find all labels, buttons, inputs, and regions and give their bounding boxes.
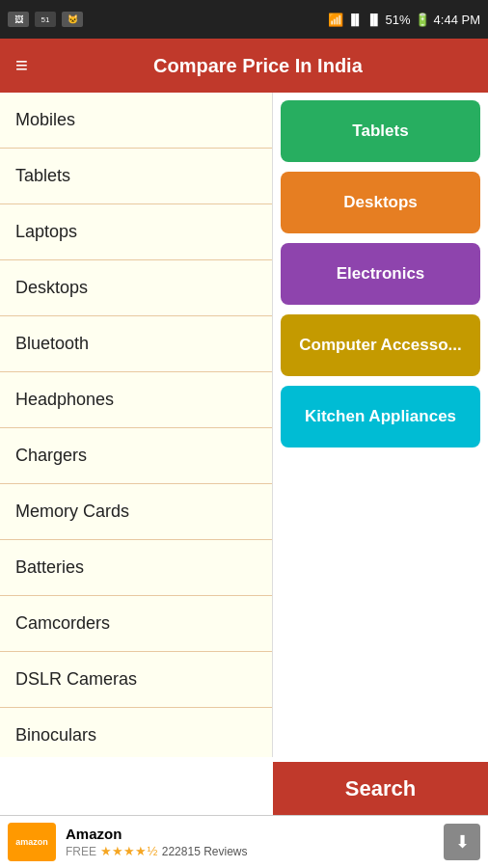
sidebar-item-dslr-cameras[interactable]: DSLR Cameras — [0, 652, 272, 708]
status-left-icons: 🖼 51 🐱 — [8, 12, 83, 27]
status-bar: 🖼 51 🐱 📶 ▐▌ ▐▌ 51% 🔋 4:44 PM — [0, 0, 488, 39]
status-right-icons: 📶 ▐▌ ▐▌ 51% 🔋 4:44 PM — [328, 13, 480, 27]
app-bar: ≡ Compare Price In India — [0, 39, 488, 93]
ad-banner: amazon Amazon FREE ★★★★½ 222815 Reviews … — [0, 815, 488, 868]
image-icon: 🖼 — [8, 12, 29, 27]
signal-icon-2: ▐▌ — [366, 14, 382, 25]
category-tablets-button[interactable]: Tablets — [281, 100, 480, 162]
sidebar-item-chargers[interactable]: Chargers — [0, 428, 272, 484]
ad-app-title: Amazon — [66, 826, 434, 842]
sidebar-item-memory-cards[interactable]: Memory Cards — [0, 484, 272, 540]
sidebar-item-bluetooth[interactable]: Bluetooth — [0, 316, 272, 372]
main-content: Mobiles Tablets Laptops Desktops Bluetoo… — [0, 93, 488, 757]
51-badge: 51 — [35, 12, 56, 27]
app-title: Compare Price In India — [43, 55, 473, 77]
sidebar-item-mobiles[interactable]: Mobiles — [0, 93, 272, 149]
ad-free-label: FREE — [66, 845, 96, 858]
wifi-icon: 📶 — [328, 13, 343, 27]
time-display: 4:44 PM — [434, 13, 480, 27]
sidebar-item-desktops[interactable]: Desktops — [0, 260, 272, 316]
battery-level: 51% — [386, 13, 411, 27]
right-panel: Tablets Desktops Electronics Computer Ac… — [273, 93, 488, 757]
ad-reviews-count: 222815 Reviews — [162, 845, 248, 858]
battery-icon: 🔋 — [415, 13, 430, 27]
sidebar-item-headphones[interactable]: Headphones — [0, 372, 272, 428]
category-computer-accessories-button[interactable]: Computer Accesso... — [281, 314, 480, 376]
amazon-logo: amazon — [8, 823, 56, 861]
sidebar-item-laptops[interactable]: Laptops — [0, 204, 272, 260]
hamburger-menu-icon[interactable]: ≡ — [15, 53, 28, 78]
sidebar: Mobiles Tablets Laptops Desktops Bluetoo… — [0, 93, 273, 757]
category-kitchen-appliances-button[interactable]: Kitchen Appliances — [281, 386, 480, 448]
search-bar[interactable]: Search — [273, 762, 488, 815]
sidebar-item-binoculars[interactable]: Binoculars — [0, 708, 272, 757]
category-electronics-button[interactable]: Electronics — [281, 243, 480, 305]
sidebar-item-camcorders[interactable]: Camcorders — [0, 596, 272, 652]
download-icon: ⬇ — [455, 831, 470, 853]
ad-stars: ★★★★½ — [100, 844, 157, 858]
ad-download-button[interactable]: ⬇ — [444, 824, 480, 860]
signal-icon-1: ▐▌ — [347, 14, 363, 25]
category-desktops-button[interactable]: Desktops — [281, 172, 480, 233]
ad-info: Amazon FREE ★★★★½ 222815 Reviews — [66, 826, 434, 859]
search-button[interactable]: Search — [273, 762, 488, 815]
sidebar-item-tablets[interactable]: Tablets — [0, 149, 272, 204]
sidebar-item-batteries[interactable]: Batteries — [0, 540, 272, 596]
cat-icon: 🐱 — [62, 12, 83, 27]
